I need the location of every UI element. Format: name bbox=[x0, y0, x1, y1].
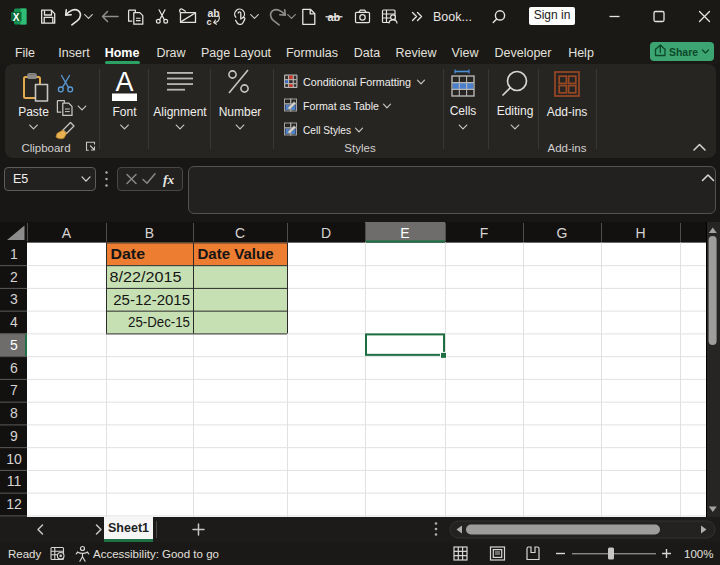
svg-text:Draw: Draw bbox=[156, 46, 186, 60]
svg-text:Format as Table: Format as Table bbox=[303, 99, 379, 113]
svg-text:3: 3 bbox=[10, 291, 18, 307]
svg-text:Date: Date bbox=[111, 246, 146, 262]
svg-text:1: 1 bbox=[10, 246, 18, 262]
svg-text:Accessibility: Good to go: Accessibility: Good to go bbox=[93, 548, 219, 560]
svg-text:Add-ins: Add-ins bbox=[547, 105, 588, 119]
svg-text:F: F bbox=[480, 225, 489, 241]
svg-text:C: C bbox=[235, 225, 245, 241]
svg-text:fx: fx bbox=[163, 172, 174, 187]
svg-text:Number: Number bbox=[219, 105, 262, 119]
svg-text:Ready: Ready bbox=[8, 548, 41, 560]
svg-text:11: 11 bbox=[7, 473, 22, 489]
svg-text:Date Value: Date Value bbox=[198, 246, 274, 262]
svg-text:D: D bbox=[321, 225, 331, 241]
svg-text:25-12-2015: 25-12-2015 bbox=[113, 291, 190, 308]
svg-text:View: View bbox=[452, 46, 480, 60]
svg-text:A: A bbox=[62, 225, 72, 241]
svg-text:A: A bbox=[115, 67, 133, 97]
svg-text:Cell Styles: Cell Styles bbox=[303, 123, 351, 137]
svg-text:6: 6 bbox=[10, 360, 18, 376]
svg-text:4: 4 bbox=[10, 314, 18, 330]
svg-text:Clipboard: Clipboard bbox=[21, 142, 70, 154]
svg-text:5: 5 bbox=[10, 337, 18, 353]
svg-text:E: E bbox=[400, 225, 409, 241]
svg-text:Styles: Styles bbox=[344, 142, 376, 154]
svg-text:Data: Data bbox=[354, 46, 380, 60]
svg-text:Page Layout: Page Layout bbox=[201, 46, 272, 60]
svg-text:Add-ins: Add-ins bbox=[548, 142, 587, 154]
svg-text:Formulas: Formulas bbox=[286, 46, 338, 60]
svg-text:Insert: Insert bbox=[58, 46, 90, 60]
svg-text:25-Dec-15: 25-Dec-15 bbox=[128, 313, 190, 330]
svg-text:100%: 100% bbox=[684, 548, 713, 560]
svg-text:Paste: Paste bbox=[18, 105, 49, 119]
svg-text:Developer: Developer bbox=[495, 46, 552, 60]
svg-text:H: H bbox=[635, 225, 645, 241]
svg-text:7: 7 bbox=[10, 382, 18, 398]
svg-text:Help: Help bbox=[568, 46, 594, 60]
svg-text:B: B bbox=[145, 225, 154, 241]
svg-text:File: File bbox=[15, 46, 35, 60]
svg-text:Book...: Book... bbox=[433, 10, 472, 24]
svg-text:Home: Home bbox=[105, 46, 140, 60]
svg-text:Cells: Cells bbox=[450, 104, 477, 118]
svg-text:9: 9 bbox=[10, 428, 18, 444]
svg-text:Share: Share bbox=[669, 45, 698, 59]
svg-text:c: c bbox=[207, 17, 212, 27]
svg-text:12: 12 bbox=[6, 496, 22, 512]
svg-text:10: 10 bbox=[6, 451, 22, 467]
svg-text:2: 2 bbox=[10, 269, 18, 285]
svg-text:Review: Review bbox=[396, 46, 438, 60]
svg-text:8: 8 bbox=[10, 405, 18, 421]
svg-text:8/22/2015: 8/22/2015 bbox=[110, 268, 182, 285]
svg-text:Font: Font bbox=[112, 105, 137, 119]
svg-text:G: G bbox=[557, 225, 568, 241]
svg-text:Conditional Formatting: Conditional Formatting bbox=[303, 75, 411, 89]
svg-text:Alignment: Alignment bbox=[153, 105, 207, 119]
svg-text:Editing: Editing bbox=[497, 104, 534, 118]
svg-text:X: X bbox=[13, 12, 20, 23]
